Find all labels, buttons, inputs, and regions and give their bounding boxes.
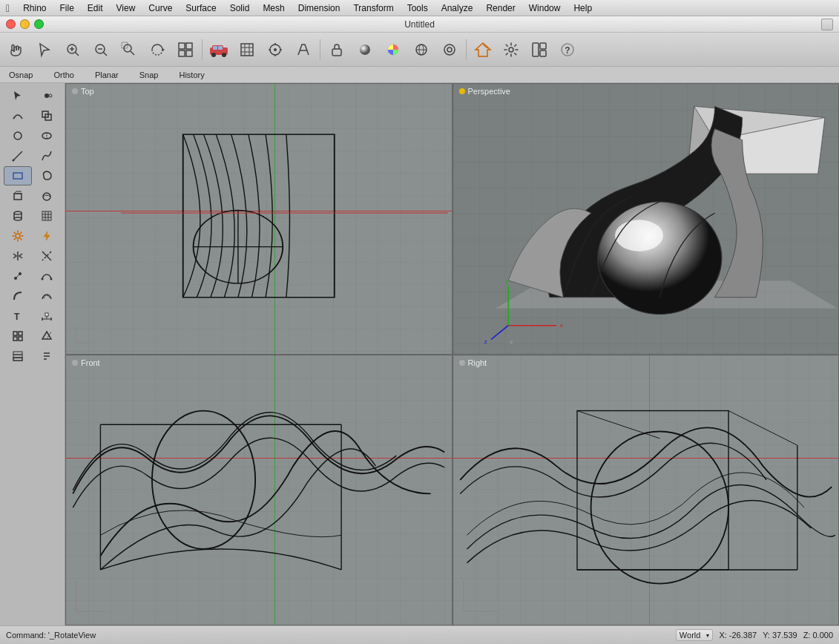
lt-lightning-btn[interactable] (33, 226, 61, 246)
lt-transform-btn[interactable] (33, 106, 61, 125)
vp-front-dot (72, 360, 78, 366)
lt-cylinder-btn[interactable] (4, 206, 32, 226)
menu-curve[interactable]: Curve (142, 1, 178, 15)
status-coords: World X: -26.387 Y: 37.539 Z: 0.000 (676, 629, 833, 641)
viewport-top[interactable]: Top (65, 83, 453, 355)
viewport-perspective[interactable]: Perspective (453, 83, 840, 355)
lt-mesh-btn[interactable] (33, 206, 61, 226)
osnap-toggle[interactable]: Osnap (6, 69, 36, 81)
surface-grid-tool[interactable] (234, 36, 260, 63)
svg-point-56 (13, 160, 15, 162)
shading-tool[interactable] (352, 36, 378, 63)
menu-solid[interactable]: Solid (224, 1, 256, 15)
menu-tools[interactable]: Tools (401, 1, 434, 15)
lt-orient-btn[interactable] (33, 326, 61, 346)
planar-toggle[interactable]: Planar (92, 69, 122, 81)
svg-point-39 (447, 47, 452, 52)
lt-named-btn[interactable] (33, 346, 61, 366)
apple-menu[interactable]:  (6, 2, 10, 14)
lt-circle-btn[interactable] (4, 126, 32, 145)
render-tool[interactable] (470, 36, 496, 63)
close-button[interactable] (6, 19, 16, 29)
svg-text:x: x (91, 340, 94, 345)
lt-ellipse-btn[interactable] (33, 126, 61, 145)
menu-view[interactable]: View (111, 1, 142, 15)
settings-tool[interactable] (498, 36, 524, 63)
menu-analyze[interactable]: Analyze (435, 1, 479, 15)
coordinate-system-dropdown[interactable]: World (676, 629, 714, 641)
svg-point-111 (615, 220, 663, 251)
lt-select-btn[interactable] (4, 86, 32, 105)
lt-dot-btn[interactable] (33, 86, 61, 105)
menu-help[interactable]: Help (567, 1, 598, 15)
svg-text:y: y (73, 324, 76, 329)
lt-split-btn[interactable] (4, 246, 32, 266)
grid-view-tool[interactable] (172, 36, 199, 63)
lt-layer-btn[interactable] (4, 346, 32, 366)
menu-rhino[interactable]: Rhino (17, 1, 52, 15)
lt-text-btn[interactable]: T (4, 306, 32, 326)
svg-point-48 (45, 93, 49, 98)
perspective-icon[interactable] (290, 36, 317, 63)
help-tool[interactable]: ? (554, 36, 581, 63)
expand-button[interactable] (821, 19, 833, 30)
lt-gear-btn[interactable] (4, 226, 32, 246)
lt-rect-sel-btn[interactable] (4, 166, 32, 185)
fullscreen-button[interactable] (34, 19, 44, 29)
menu-file[interactable]: File (53, 1, 79, 15)
lt-lasso-btn[interactable] (33, 166, 61, 185)
zoom-out-tool[interactable] (88, 36, 114, 63)
lt-curve2-btn[interactable] (33, 266, 61, 286)
layout-tool[interactable] (526, 36, 553, 63)
zoom-all-tool[interactable] (262, 36, 289, 63)
lt-point-btn[interactable] (4, 266, 32, 286)
rotate-view-tool[interactable] (144, 36, 171, 63)
viewports-container: Top (65, 83, 839, 625)
svg-marker-40 (476, 43, 490, 56)
svg-text:y: y (496, 608, 499, 614)
coord-x: X: -26.387 (719, 631, 757, 640)
svg-rect-32 (332, 49, 341, 56)
svg-marker-70 (44, 231, 50, 240)
statusbar: Command: '_RotateView World X: -26.387 Y… (0, 625, 839, 644)
menu-window[interactable]: Window (523, 1, 567, 15)
menu-transform[interactable]: Transform (347, 1, 399, 15)
lt-offset-btn[interactable] (33, 286, 61, 306)
lt-freeform-btn[interactable] (33, 146, 61, 165)
window-controls (6, 19, 44, 29)
car-icon[interactable] (205, 36, 232, 63)
lt-array-btn[interactable] (4, 326, 32, 346)
lt-trim-btn[interactable] (33, 246, 61, 266)
history-toggle[interactable]: History (176, 69, 207, 81)
lt-line-btn[interactable] (4, 146, 32, 165)
lock-tool[interactable] (323, 36, 350, 63)
svg-point-77 (42, 278, 44, 280)
menu-edit[interactable]: Edit (82, 1, 109, 15)
viewport-front[interactable]: Front (65, 355, 453, 626)
zoom-in-tool[interactable] (59, 36, 86, 63)
menu-dimension[interactable]: Dimension (292, 1, 346, 15)
lt-box-btn[interactable] (4, 186, 32, 206)
menu-render[interactable]: Render (480, 1, 521, 15)
svg-text:z: z (73, 573, 76, 579)
select-tool[interactable] (31, 36, 58, 63)
hand-tool[interactable] (3, 36, 30, 63)
svg-point-38 (444, 45, 455, 55)
lt-fillet-btn[interactable] (4, 286, 32, 306)
viewport-right[interactable]: Right (453, 355, 840, 626)
snap-toggle[interactable]: Snap (136, 69, 162, 81)
sphere-display-tool[interactable] (408, 36, 435, 63)
minimize-button[interactable] (20, 19, 30, 29)
svg-rect-93 (13, 352, 22, 355)
ortho-toggle[interactable]: Ortho (50, 69, 77, 81)
lt-dim-btn[interactable] (33, 306, 61, 326)
zoom-window-tool[interactable] (116, 36, 142, 63)
lt-curve-btn[interactable] (4, 106, 32, 125)
lt-sphere-btn[interactable] (33, 186, 61, 206)
svg-rect-86 (19, 332, 22, 335)
svg-point-69 (16, 234, 20, 238)
display-mode-tool[interactable] (436, 36, 463, 63)
color-wheel-tool[interactable] (380, 36, 407, 63)
menu-surface[interactable]: Surface (180, 1, 222, 15)
menu-mesh[interactable]: Mesh (257, 1, 290, 15)
